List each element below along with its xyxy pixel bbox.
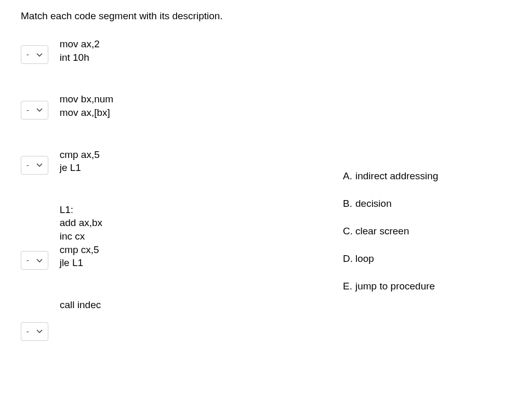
match-item: call indec - [21, 298, 343, 341]
code-segment: call indec [60, 298, 101, 312]
answer-dropdown[interactable]: - [21, 251, 48, 270]
chevron-down-icon [36, 53, 43, 57]
code-segment: mov ax,2 int 10h [60, 37, 100, 64]
code-segment: L1: add ax,bx inc cx cmp cx,5 jle L1 [60, 203, 102, 270]
question-prompt: Match each code segment with its descrip… [21, 10, 511, 22]
dropdown-value: - [26, 161, 29, 169]
answer-letter: A. [343, 167, 355, 182]
chevron-down-icon [36, 329, 43, 333]
answer-text: clear screen [355, 226, 409, 237]
answer-option: C. clear screen [343, 222, 511, 237]
content-area: - mov ax,2 int 10h - mov bx,num mov ax,[… [21, 37, 511, 369]
answer-dropdown[interactable]: - [21, 156, 48, 175]
answer-text: decision [355, 198, 392, 209]
match-item: - cmp ax,5 je L1 [21, 148, 343, 175]
answer-dropdown[interactable]: - [21, 322, 48, 341]
dropdown-value: - [26, 106, 29, 114]
dropdown-value: - [26, 50, 29, 59]
dropdown-value: - [26, 327, 29, 336]
chevron-down-icon [36, 108, 43, 112]
answer-text: loop [355, 253, 374, 264]
match-item: - mov bx,num mov ax,[bx] [21, 92, 343, 119]
answer-option: B. decision [343, 195, 511, 209]
match-item: - L1: add ax,bx inc cx cmp cx,5 jle L1 [21, 203, 343, 270]
left-column: - mov ax,2 int 10h - mov bx,num mov ax,[… [21, 37, 343, 369]
answer-key: A. indirect addressing B. decision C. cl… [343, 37, 511, 369]
chevron-down-icon [36, 259, 43, 262]
answer-text: jump to procedure [355, 281, 435, 292]
answer-option: E. jump to procedure [343, 277, 511, 292]
answer-dropdown[interactable]: - [21, 101, 48, 120]
dropdown-value: - [26, 256, 29, 264]
match-item: - mov ax,2 int 10h [21, 37, 343, 64]
chevron-down-icon [36, 163, 43, 167]
answer-letter: D. [343, 250, 355, 264]
answer-dropdown[interactable]: - [21, 45, 48, 64]
answer-letter: B. [343, 195, 355, 209]
answer-letter: E. [343, 277, 355, 292]
code-segment: mov bx,num mov ax,[bx] [60, 92, 113, 119]
answer-letter: C. [343, 222, 355, 237]
code-segment: cmp ax,5 je L1 [60, 148, 100, 175]
answer-option: D. loop [343, 250, 511, 264]
answer-option: A. indirect addressing [343, 167, 511, 182]
answer-text: indirect addressing [355, 170, 438, 182]
